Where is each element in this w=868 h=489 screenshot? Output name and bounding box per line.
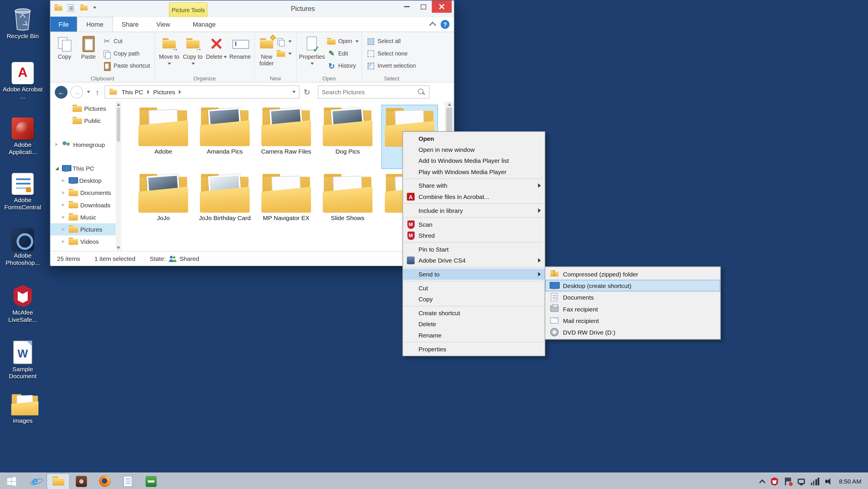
menu-item-cut[interactable]: Cut	[403, 283, 545, 293]
expand-chevron-icon[interactable]	[60, 214, 66, 220]
new-item-button[interactable]	[276, 36, 292, 46]
network-signal-icon[interactable]	[811, 477, 819, 485]
scroll-up-icon[interactable]	[117, 103, 120, 106]
menu-item-open[interactable]: Open	[403, 133, 545, 144]
refresh-button[interactable]: ↻	[302, 88, 312, 96]
history-button[interactable]: ↻History	[327, 61, 359, 70]
menu-item-rename[interactable]: Rename	[403, 330, 545, 341]
desktop-icon-adobe-photoshop[interactable]: Adobe Photoshop...	[1, 223, 44, 266]
breadcrumb-separator-icon[interactable]	[179, 90, 182, 94]
expand-chevron-icon[interactable]	[60, 177, 66, 184]
expand-chevron-icon[interactable]	[60, 238, 66, 244]
breadcrumb-separator-icon[interactable]	[147, 90, 149, 94]
taskbar-explorer-button[interactable]	[46, 473, 70, 489]
recent-locations-chevron[interactable]	[87, 91, 90, 93]
address-bar[interactable]: This PC Pictures	[104, 85, 299, 98]
tab-share[interactable]: Share	[113, 17, 147, 31]
menu-item-combine-files-acrobat[interactable]: ACombine files in Acrobat...	[403, 191, 545, 202]
address-dropdown-chevron[interactable]	[292, 91, 295, 93]
desktop-icon-adobe-acrobat[interactable]: A Adobe Acrobat ...	[1, 56, 44, 100]
menu-item-include-in-library[interactable]: Include in library	[403, 205, 545, 216]
menu-item-copy[interactable]: Copy	[403, 293, 545, 305]
search-box[interactable]	[318, 85, 430, 98]
search-icon[interactable]	[417, 88, 426, 96]
desktop-icon-recycle-bin[interactable]: Recycle Bin	[1, 3, 44, 39]
expand-chevron-icon[interactable]	[54, 141, 60, 147]
picture-tools-contextual-tab[interactable]: Picture Tools	[169, 2, 208, 17]
up-button[interactable]: ↑	[93, 87, 102, 97]
maximize-button[interactable]	[415, 1, 432, 13]
minimize-ribbon-chevron-icon[interactable]	[429, 22, 436, 29]
select-none-button[interactable]: Select none	[366, 49, 416, 58]
mcafee-tray-icon[interactable]	[770, 477, 778, 486]
menu-item-adobe-drive[interactable]: Adobe Drive CS4	[403, 255, 545, 266]
collapse-chevron-icon[interactable]	[54, 165, 60, 171]
expand-chevron-icon[interactable]	[60, 226, 66, 232]
menu-item-add-to-wmp-list[interactable]: Add to Windows Media Player list	[403, 155, 545, 166]
navigation-scrollbar[interactable]	[116, 102, 121, 251]
sendto-item-fax-recipient[interactable]: Fax recipient	[545, 303, 720, 315]
file-list[interactable]: Adobe Amanda Pics Camera Raw Files Dog P…	[121, 102, 445, 251]
menu-item-shred[interactable]: MShred	[403, 230, 545, 241]
taskbar-app-button-2[interactable]	[116, 473, 139, 489]
easy-access-button[interactable]	[276, 49, 292, 58]
desktop-icon-images-folder[interactable]: images	[1, 388, 44, 424]
copy-to-button[interactable]: → Copy to	[181, 34, 205, 66]
menu-item-send-to[interactable]: Send to	[403, 269, 545, 280]
desktop-icon-mcafee-livesafe[interactable]: McAfee LiveSafe...	[1, 280, 44, 323]
properties-button[interactable]: ✓ Properties	[299, 34, 325, 66]
back-button[interactable]: ←	[55, 86, 68, 98]
taskbar-firefox-button[interactable]	[93, 473, 116, 489]
cut-button[interactable]: ✂Cut	[102, 36, 150, 46]
folder-tile-amanda-pics[interactable]: Amanda Pics	[196, 105, 253, 169]
hardware-tray-icon[interactable]	[798, 478, 805, 484]
nav-item-downloads[interactable]: Downloads	[50, 199, 116, 211]
select-all-button[interactable]: Select all	[366, 36, 416, 46]
nav-item-public[interactable]: Public	[50, 115, 116, 127]
folder-tile-mp-navigator-ex[interactable]: MP Navigator EX	[258, 171, 314, 235]
menu-item-open-in-new-window[interactable]: Open in new window	[403, 144, 545, 155]
nav-item-desktop[interactable]: Desktop	[50, 174, 116, 186]
taskbar-clock[interactable]: 8:50 AM	[839, 478, 861, 484]
sendto-item-compressed-folder[interactable]: Compressed (zipped) folder	[545, 268, 720, 280]
scroll-down-icon[interactable]	[117, 247, 120, 250]
sendto-item-documents[interactable]: Documents	[545, 291, 720, 303]
menu-item-properties[interactable]: Properties	[403, 344, 545, 354]
nav-item-this-pc[interactable]: This PC	[50, 162, 116, 174]
start-button[interactable]	[0, 473, 23, 489]
edit-button[interactable]: ✎Edit	[327, 49, 359, 58]
copy-path-button[interactable]: Copy path	[102, 49, 150, 58]
nav-item-music[interactable]: Music	[50, 211, 116, 223]
invert-selection-button[interactable]: Invert selection	[366, 61, 416, 70]
sendto-item-mail-recipient[interactable]: Mail recipient	[545, 315, 720, 326]
nav-item-documents[interactable]: Documents	[50, 187, 116, 199]
nav-item-videos[interactable]: Videos	[50, 235, 116, 248]
scrollbar-thumb[interactable]	[117, 108, 120, 142]
menu-item-scan[interactable]: MScan	[403, 219, 545, 230]
nav-item-pictures-top[interactable]: Pictures	[50, 103, 116, 115]
taskbar-ie-button[interactable]: e	[23, 473, 46, 489]
folder-tile-dog-pics[interactable]: Dog Pics	[319, 105, 376, 169]
new-folder-button[interactable]: New folder	[257, 34, 276, 66]
help-button[interactable]: ?	[441, 20, 450, 29]
paste-shortcut-button[interactable]: Paste shortcut	[102, 61, 150, 70]
desktop-icon-adobe-formscentral[interactable]: Adobe FormsCentral	[1, 167, 44, 211]
show-hidden-icons-chevron[interactable]	[759, 479, 766, 486]
nav-item-pictures[interactable]: Pictures	[50, 223, 116, 235]
nav-item-homegroup[interactable]: Homegroup	[50, 139, 116, 151]
tab-manage[interactable]: Manage	[184, 17, 224, 31]
sendto-item-desktop-create-shortcut[interactable]: Desktop (create shortcut)	[545, 280, 720, 291]
breadcrumb-this-pc[interactable]: This PC	[121, 89, 145, 95]
menu-item-play-with-wmp[interactable]: Play with Windows Media Player	[403, 166, 545, 177]
taskbar-app-button-3[interactable]	[140, 473, 163, 489]
qat-properties-button[interactable]	[66, 3, 75, 12]
minimize-button[interactable]	[399, 1, 415, 13]
qat-customize-chevron[interactable]	[93, 7, 96, 9]
paste-button[interactable]: Paste	[76, 34, 100, 60]
action-center-flag-icon[interactable]	[784, 477, 792, 485]
taskbar-app-button-1[interactable]	[70, 473, 93, 489]
tab-view[interactable]: View	[147, 17, 179, 31]
open-button[interactable]: Open	[327, 36, 359, 46]
menu-item-delete[interactable]: Delete	[403, 319, 545, 330]
tab-file[interactable]: File	[50, 17, 77, 31]
